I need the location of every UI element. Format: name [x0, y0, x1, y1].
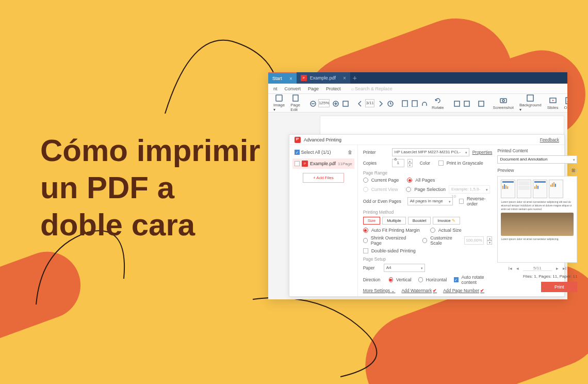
print-button[interactable]: Print: [541, 282, 577, 292]
search-input[interactable]: ⌕ Search & Replace: [351, 86, 393, 91]
menu-page[interactable]: Page: [308, 86, 319, 91]
current-page-radio[interactable]: [363, 178, 368, 183]
fit-icon[interactable]: [341, 99, 349, 108]
tool-icon[interactable]: [400, 99, 409, 108]
zoom-in-icon[interactable]: [331, 99, 339, 108]
menu-item[interactable]: nt: [273, 86, 277, 91]
background-button[interactable]: Background ▾: [517, 94, 544, 112]
printing-method-section: Printing Method: [363, 210, 493, 215]
printed-content-select[interactable]: Document and Annotation: [497, 155, 577, 164]
tool-icon[interactable]: [462, 99, 470, 108]
actual-size-radio[interactable]: [430, 228, 435, 233]
reverse-order-checkbox[interactable]: [459, 199, 464, 204]
printed-content-label: Printed Content: [497, 148, 533, 153]
close-icon[interactable]: ×: [343, 75, 346, 81]
toolbar: Image ▾ Page Edit 125% 3/11 Rotate Scree…: [268, 94, 567, 113]
tool-icon[interactable]: [452, 99, 461, 108]
next-page-icon[interactable]: [376, 99, 384, 108]
method-invoice-button[interactable]: Invoice ✎: [433, 217, 460, 225]
add-files-button[interactable]: + Add Files: [303, 173, 344, 183]
shrink-radio[interactable]: [363, 238, 368, 243]
print-dialog: Advanced Printing Feedback Select All (1…: [289, 134, 565, 297]
auto-fit-radio[interactable]: [363, 228, 368, 233]
tab-start[interactable]: Start×: [268, 72, 297, 84]
grid-view-icon[interactable]: ⊞: [570, 167, 577, 174]
svg-text:A: A: [567, 99, 567, 103]
dialog-title: Advanced Printing: [304, 137, 341, 142]
file-name: Example.pdf: [310, 161, 336, 166]
feedback-link[interactable]: Feedback: [540, 137, 559, 142]
svg-rect-0: [276, 95, 282, 101]
copies-input[interactable]: 1: [392, 159, 404, 167]
trash-icon[interactable]: 🗑: [348, 150, 352, 155]
double-sided-checkbox[interactable]: [363, 248, 368, 253]
image-button[interactable]: Image ▾: [271, 94, 287, 112]
tab-file[interactable]: P Example.pdf×: [297, 72, 350, 84]
properties-link[interactable]: Properties: [472, 150, 493, 155]
file-row[interactable]: P Example.pdf 11Page: [292, 158, 354, 169]
add-watermark-link[interactable]: Add Watermark✔: [401, 288, 437, 293]
spin-down-icon[interactable]: ▾: [487, 241, 492, 245]
close-icon[interactable]: ×: [289, 76, 292, 82]
all-pages-radio[interactable]: [407, 178, 412, 183]
history-icon[interactable]: [386, 99, 394, 108]
add-tab-button[interactable]: +: [350, 74, 360, 82]
pdf-icon: P: [301, 75, 307, 81]
prev-page-icon[interactable]: ◂: [516, 266, 519, 271]
headphones-icon[interactable]: [420, 99, 428, 108]
paper-label: Paper: [363, 265, 381, 270]
custom-scale-radio[interactable]: [422, 238, 427, 243]
preview-stats: Files: 1, Pages: 11, Paper: 11: [497, 274, 577, 279]
odd-even-select[interactable]: All pages in range: [407, 197, 453, 205]
printer-select[interactable]: HP LaserJet MFP M227-M231 PCL-6: [392, 148, 469, 156]
page-setup-section: Page Setup: [363, 257, 493, 262]
next-page-icon[interactable]: ▸: [556, 266, 559, 271]
page-selection-input[interactable]: Example: 1,5,8-10: [449, 185, 490, 194]
page-input[interactable]: 3/11: [365, 99, 374, 107]
svg-point-15: [502, 100, 504, 102]
vertical-radio[interactable]: [389, 277, 393, 282]
menubar: nt Convert Page Protect ⌕ Search & Repla…: [268, 84, 567, 94]
horizontal-radio[interactable]: [418, 277, 422, 282]
spin-down-icon[interactable]: ▾: [407, 163, 413, 167]
titlebar: Start× P Example.pdf× +: [268, 72, 567, 84]
method-multiple-button[interactable]: Multiple: [382, 217, 406, 225]
zoom-out-icon[interactable]: [308, 99, 317, 108]
prev-page-icon[interactable]: [355, 99, 364, 108]
slides-button[interactable]: Slides: [545, 97, 561, 110]
scale-input[interactable]: 100,00%: [464, 236, 484, 245]
odd-even-label: Odd or Even Pages: [363, 199, 404, 204]
rotate-button[interactable]: Rotate: [430, 97, 446, 110]
screenshot-button[interactable]: Screenshot: [491, 97, 516, 110]
zoom-input[interactable]: 125%: [318, 99, 330, 107]
more-settings-link[interactable]: More Settings ⌄: [363, 288, 396, 293]
spin-up-icon[interactable]: ▴: [407, 159, 413, 163]
page-selection-radio[interactable]: [406, 187, 411, 192]
file-pages: 11Page: [338, 162, 352, 166]
method-booklet-button[interactable]: Booklet: [408, 217, 431, 225]
last-page-icon[interactable]: ▸I: [563, 266, 567, 271]
page-edit-button[interactable]: Page Edit: [288, 94, 302, 112]
spin-up-icon[interactable]: ▴: [487, 236, 492, 241]
menu-convert[interactable]: Convert: [285, 86, 301, 91]
method-size-button[interactable]: Size: [363, 217, 381, 225]
svg-rect-1: [293, 95, 298, 101]
current-view-radio: [363, 187, 368, 192]
auto-rotate-checkbox[interactable]: [454, 277, 458, 282]
printer-label: Printer: [363, 150, 389, 155]
preview-page-indicator[interactable]: 5/11: [523, 266, 552, 271]
file-list-panel: Select All (1/1) 🗑 P Example.pdf 11Page …: [289, 145, 358, 296]
copies-label: Copies: [363, 161, 389, 166]
first-page-icon[interactable]: I◂: [509, 266, 513, 271]
select-all-checkbox[interactable]: Select All (1/1): [295, 150, 331, 155]
add-page-number-link[interactable]: Add Page Number✔: [443, 288, 484, 293]
svg-rect-9: [402, 101, 407, 107]
menu-protect[interactable]: Protect: [326, 86, 341, 91]
ocr-button[interactable]: AOCR: [562, 97, 567, 110]
paper-select[interactable]: A4: [384, 264, 425, 272]
tool-icon[interactable]: [477, 99, 485, 108]
file-checkbox[interactable]: [295, 161, 300, 166]
tool-icon[interactable]: [410, 99, 418, 108]
grayscale-checkbox[interactable]: [438, 161, 444, 166]
preview-label: Preview: [497, 168, 514, 173]
